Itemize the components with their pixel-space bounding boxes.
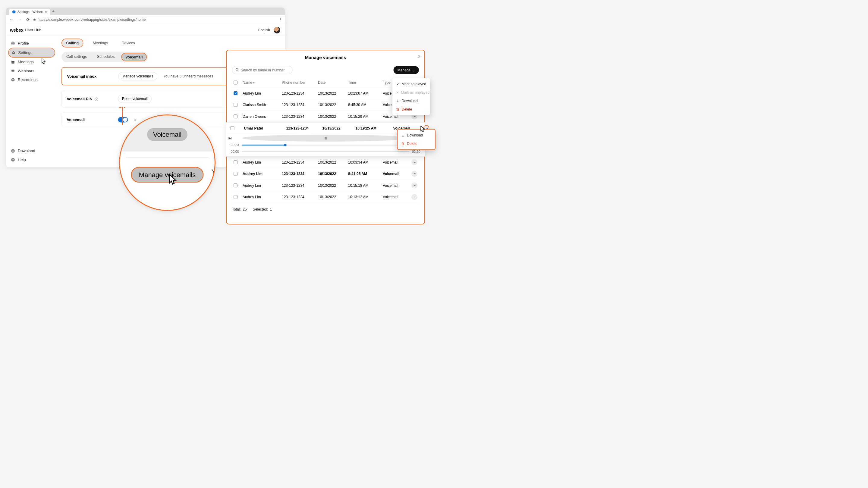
row-actions-button[interactable]: ⋯ — [411, 171, 417, 177]
table-row[interactable]: Clarissa Smith123-123-123410/13/20228:45… — [232, 99, 419, 111]
progress-bar[interactable] — [242, 144, 409, 145]
search-input[interactable] — [241, 68, 289, 72]
sidebar-item-label: Help — [18, 158, 26, 162]
sidebar: Profile Settings Meetings Webinars Recor… — [6, 36, 57, 167]
download-icon — [11, 149, 15, 153]
browser-menu-icon[interactable]: ⋮ — [278, 17, 282, 22]
row-actions-menu: ⤓Download🗑Delete — [397, 129, 435, 150]
manage-dropdown-button[interactable]: Manage ⌄ — [394, 66, 419, 74]
url-text: https://example.webex.com/webappng/sites… — [38, 18, 146, 22]
sidebar-item-meetings[interactable]: Meetings — [8, 58, 55, 67]
table-row[interactable]: Audrey Lim123-123-123410/13/202210:15:18… — [232, 180, 419, 192]
tab-devices[interactable]: Devices — [117, 39, 139, 47]
info-icon[interactable]: i — [95, 98, 98, 101]
prev-track-icon[interactable]: ⏮ — [226, 135, 233, 141]
progress-bar-2[interactable] — [242, 151, 409, 152]
col-date[interactable]: Date — [318, 80, 348, 85]
select-all-checkbox[interactable] — [234, 81, 238, 85]
row-checkbox[interactable] — [234, 184, 238, 187]
cell-type: Voicemail — [383, 195, 411, 199]
row-checkbox[interactable] — [234, 172, 238, 176]
download-icon: ⤓ — [396, 99, 400, 103]
col-phone[interactable]: Phone number — [282, 80, 318, 85]
subtab-voicemail[interactable]: Voicemail — [121, 53, 147, 61]
table-row[interactable]: ✓Audrey Lim123-123-123410/13/202210:23:0… — [232, 88, 419, 99]
elapsed-time: 00:23 — [231, 143, 239, 147]
table-row[interactable]: Audrey Lim123-123-123410/13/202210:13:12… — [232, 191, 419, 203]
cell-date: 10/13/2022 — [318, 160, 348, 164]
row-checkbox[interactable] — [234, 160, 238, 164]
cell-time: 10:19:25 AM — [355, 126, 393, 130]
sidebar-item-recordings[interactable]: Recordings — [8, 75, 55, 84]
sidebar-item-webinars[interactable]: Webinars — [8, 67, 55, 76]
forward-icon[interactable]: → — [17, 17, 23, 23]
back-icon[interactable]: ← — [8, 17, 14, 23]
cell-time: 10:03:34 AM — [348, 160, 383, 164]
cell-time: 10:23:07 AM — [348, 91, 383, 96]
menu-item[interactable]: 🗑Delete — [398, 139, 435, 148]
row-actions-button[interactable]: ⋯ — [411, 159, 417, 165]
sidebar-item-download[interactable]: Download — [8, 147, 55, 156]
row-checkbox[interactable] — [234, 195, 238, 199]
url-field[interactable]: https://example.webex.com/webappng/sites… — [33, 18, 146, 22]
cell-time: 8:41:05 AM — [348, 172, 383, 176]
cell-phone: 123-123-1234 — [286, 126, 322, 130]
menu-item[interactable]: ✓Mark as played — [393, 80, 430, 88]
col-time[interactable]: Time — [348, 80, 383, 85]
sidebar-item-settings[interactable]: Settings — [8, 48, 55, 58]
sidebar-item-help[interactable]: ? Help — [8, 156, 55, 164]
reset-voicemail-button[interactable]: Reset voicemail — [118, 95, 152, 103]
row-checkbox[interactable]: ✓ — [234, 91, 238, 95]
chevron-down-icon: ⌄ — [412, 68, 415, 72]
new-tab-button[interactable]: + — [52, 8, 55, 15]
gear-icon — [11, 51, 16, 55]
modal-title: Manage voicemails — [232, 55, 419, 60]
manage-voicemails-modal: Manage voicemails × Manage ⌄ Name Phone … — [226, 50, 425, 224]
cell-date: 10/13/2022 — [318, 195, 348, 199]
manage-dropdown-menu: ✓Mark as played✕Mark as unplayed⤓Downloa… — [392, 78, 430, 115]
cell-phone: 123-123-1234 — [282, 91, 318, 96]
tab-calling[interactable]: Calling — [61, 38, 84, 47]
duration-time-2: 02:20 — [412, 150, 421, 154]
menu-item[interactable]: ⤓Download — [398, 131, 435, 139]
close-icon[interactable]: × — [418, 54, 421, 59]
voicemail-toggle[interactable] — [118, 117, 128, 123]
close-tab-icon[interactable]: × — [45, 10, 47, 14]
cell-date: 10/13/2022 — [318, 184, 348, 188]
manage-voicemails-button[interactable]: Manage voicemails — [119, 72, 158, 80]
avatar[interactable] — [274, 27, 280, 33]
reload-icon[interactable]: ⟳ — [25, 17, 31, 23]
subtab-schedules[interactable]: Schedules — [93, 53, 118, 61]
row-checkbox[interactable] — [234, 115, 238, 119]
row-actions-button[interactable]: ⋯ — [411, 183, 417, 189]
menu-item[interactable]: 🗑Delete — [393, 105, 430, 113]
calendar-icon — [11, 60, 15, 64]
voicemail-player-row: Umar Patel 123-123-1234 10/13/2022 10:19… — [226, 122, 425, 157]
language-selector[interactable]: English — [258, 28, 270, 32]
row-checkbox[interactable] — [234, 103, 238, 107]
row-actions-button[interactable]: ⋯ — [411, 194, 417, 200]
cell-phone: 123-123-1234 — [282, 195, 318, 199]
card-title: Voicemail PIN i — [67, 96, 112, 101]
menu-item[interactable]: ⤓Download — [393, 97, 430, 105]
tab-meetings[interactable]: Meetings — [89, 39, 113, 47]
svg-line-12 — [238, 70, 239, 71]
primary-tabs: Calling Meetings Devices — [61, 38, 281, 47]
search-field[interactable] — [232, 66, 292, 74]
cell-time: 10:15:29 AM — [348, 115, 383, 119]
help-icon: ? — [11, 158, 15, 162]
row-checkbox[interactable] — [230, 126, 235, 130]
browser-tab[interactable]: Settings - Webex × — [9, 9, 50, 15]
cell-type: Voicemail — [383, 160, 411, 164]
table-row[interactable]: Darren Owens123-123-123410/13/202210:15:… — [232, 111, 419, 123]
table-row[interactable]: Audrey Lim123-123-123410/13/20228:41:05 … — [232, 168, 419, 180]
voicemail-toggle-text: a — [134, 118, 136, 122]
table-row[interactable]: Audrey Lim123-123-123410/13/202210:03:34… — [232, 157, 419, 168]
app-header: webex User Hub — [6, 24, 285, 36]
subtab-call-settings[interactable]: Call settings — [63, 53, 90, 61]
col-name[interactable]: Name — [243, 80, 282, 85]
sidebar-item-profile[interactable]: Profile — [8, 39, 55, 48]
search-icon — [236, 68, 239, 72]
webex-favicon-icon — [12, 10, 16, 13]
pause-button[interactable]: ⏸ — [242, 135, 409, 141]
